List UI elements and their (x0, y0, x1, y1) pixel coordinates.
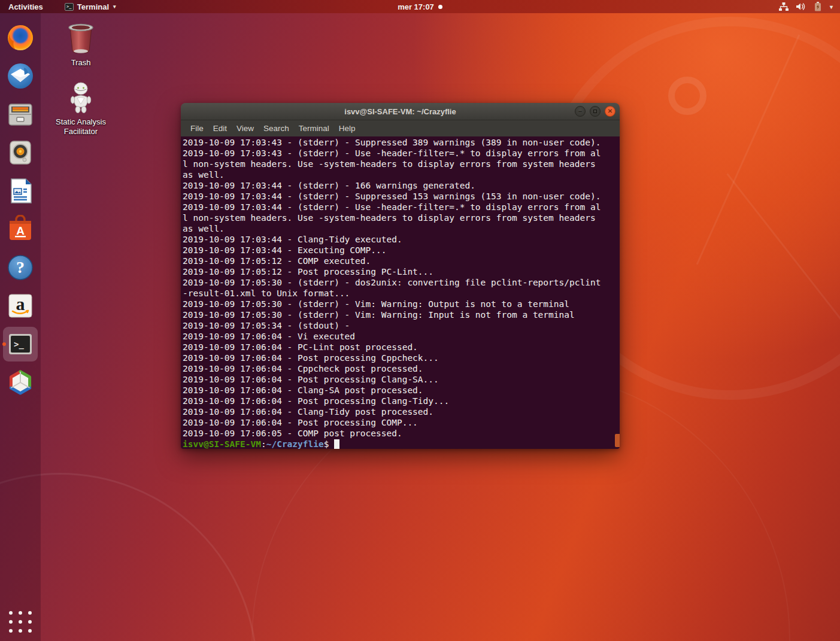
terminal-output-line: 2019-10-09 17:06:04 - Cppcheck post proc… (183, 363, 620, 374)
terminal-output-line: 2019-10-09 17:05:30 - (stderr) - Vim: Wa… (183, 309, 620, 320)
network-icon (779, 2, 789, 11)
window-title: isvv@SI-SAFE-VM: ~/Crazyflie (181, 107, 620, 116)
files-icon (6, 100, 35, 129)
prompt-user-host: isvv@SI-SAFE-VM (183, 439, 261, 449)
dock: A ? (0, 13, 41, 641)
terminal-output-line: 2019-10-09 17:06:04 - Clang-SA post proc… (183, 385, 620, 396)
svg-text:a: a (16, 294, 25, 314)
window-title-bar[interactable]: isvv@SI-SAFE-VM: ~/Crazyflie – ✕ (181, 103, 620, 120)
dock-item-libreoffice-writer[interactable] (1, 172, 40, 210)
terminal-output-line: as well. (183, 223, 620, 234)
menu-item[interactable]: Help (334, 120, 360, 136)
terminal-output-line: 2019-10-09 17:06:04 - Post processing Cl… (183, 374, 620, 385)
terminal-output: 2019-10-09 17:03:43 - (stderr) - Suppres… (183, 137, 620, 439)
terminal-output-line: 2019-10-09 17:06:04 - Post processing Cl… (183, 396, 620, 406)
terminal-output-line: 2019-10-09 17:06:04 - Post processing CO… (183, 417, 620, 428)
desktop-wallpaper: Activities >_ Terminal ▾ mer 17:07 (0, 0, 840, 641)
terminal-output-line: 2019-10-09 17:03:44 - (stderr) - Use -he… (183, 202, 620, 212)
terminal-output-line: 2019-10-09 17:05:30 - (stderr) - dos2uni… (183, 277, 620, 288)
thunderbird-icon (6, 62, 35, 90)
terminal-output-line: -result-01.xml to Unix format... (183, 288, 620, 299)
terminal-output-line: as well. (183, 169, 620, 180)
terminal-output-line: 2019-10-09 17:06:05 - COMP post processe… (183, 428, 620, 439)
window-menu-bar: File Edit View Search Terminal Help (181, 120, 620, 136)
wallpaper-line-decoration (726, 173, 840, 353)
terminal-mini-icon: >_ (65, 3, 74, 11)
terminal-window: isvv@SI-SAFE-VM: ~/Crazyflie – ✕ File Ed… (181, 103, 620, 449)
dock-item-firefox[interactable] (1, 19, 40, 57)
dock-item-cube-app[interactable] (1, 363, 40, 402)
terminal-output-line: 2019-10-09 17:05:30 - (stderr) - Vim: Wa… (183, 299, 620, 309)
chevron-down-icon: ▾ (113, 4, 116, 10)
desktop-icons: Trash Static Analysis Facilitator (53, 22, 109, 136)
prompt-path: ~/Crazyflie (266, 439, 324, 449)
ubuntu-software-icon: A (6, 215, 35, 244)
notification-dot-icon (438, 5, 442, 9)
robot-icon (66, 81, 96, 114)
svg-text:>_: >_ (14, 339, 24, 350)
svg-text:?: ? (16, 258, 25, 277)
trash-icon (65, 22, 96, 55)
terminal-output-line: 2019-10-09 17:06:04 - PC-Lint post proce… (183, 342, 620, 353)
prompt-dollar: $ (324, 439, 329, 449)
wallpaper-ring-decoration (668, 77, 706, 115)
desktop-icon-static-analysis-facilitator[interactable]: Static Analysis Facilitator (53, 81, 109, 136)
dock-item-thunderbird[interactable] (1, 57, 40, 95)
chevron-down-icon: ▾ (830, 4, 833, 10)
volume-icon (796, 2, 806, 11)
help-icon: ? (6, 253, 35, 282)
amazon-icon: a (6, 291, 35, 320)
terminal-output-line: 2019-10-09 17:03:44 - Executing COMP... (183, 245, 620, 256)
terminal-output-line: l non-system headers. Use -system-header… (183, 159, 620, 169)
cube-app-icon (6, 368, 35, 397)
menu-item[interactable]: File (186, 120, 208, 136)
svg-text:A: A (16, 224, 25, 237)
terminal-cursor (334, 439, 339, 449)
activities-button[interactable]: Activities (0, 0, 51, 13)
menu-item[interactable]: Search (259, 120, 294, 136)
prompt-colon: : (261, 439, 266, 449)
terminal-output-line: 2019-10-09 17:03:43 - (stderr) - Use -he… (183, 148, 620, 159)
battery-icon (814, 2, 821, 11)
terminal-icon: >_ (6, 330, 35, 359)
terminal-output-line: 2019-10-09 17:03:44 - (stderr) - 166 war… (183, 180, 620, 191)
terminal-output-line: 2019-10-09 17:06:04 - Vi executed (183, 331, 620, 342)
terminal-output-line: 2019-10-09 17:03:43 - (stderr) - Suppres… (183, 137, 620, 148)
clock[interactable]: mer 17:07 (398, 2, 434, 11)
rhythmbox-icon (6, 138, 35, 167)
dock-item-amazon[interactable]: a (1, 287, 40, 325)
libreoffice-writer-icon (6, 177, 35, 205)
minimize-button[interactable]: – (575, 106, 586, 117)
terminal-content[interactable]: 2019-10-09 17:03:43 - (stderr) - Suppres… (181, 136, 620, 449)
dock-item-files[interactable] (1, 95, 40, 133)
menu-item[interactable]: Edit (208, 120, 232, 136)
top-bar: Activities >_ Terminal ▾ mer 17:07 (0, 0, 840, 13)
app-menu-label: Terminal (77, 2, 109, 11)
menu-item[interactable]: View (232, 120, 259, 136)
desktop-icon-label: Static Analysis Facilitator (53, 117, 109, 136)
app-menu-button[interactable]: >_ Terminal ▾ (65, 2, 116, 11)
close-button[interactable]: ✕ (605, 106, 615, 117)
terminal-output-line: 2019-10-09 17:06:04 - Post processing Cp… (183, 353, 620, 363)
dock-item-help[interactable]: ? (1, 248, 40, 287)
scrollbar-thumb[interactable] (615, 434, 620, 447)
desktop-icon-label: Trash (71, 58, 91, 68)
dock-item-rhythmbox[interactable] (1, 133, 40, 172)
terminal-output-line: 2019-10-09 17:05:12 - Post processing PC… (183, 266, 620, 277)
menu-item[interactable]: Terminal (294, 120, 334, 136)
terminal-output-line: 2019-10-09 17:03:44 - Clang-Tidy execute… (183, 234, 620, 245)
terminal-output-line: 2019-10-09 17:05:12 - COMP executed. (183, 256, 620, 266)
window-controls: – ✕ (575, 106, 620, 117)
desktop-icon-trash[interactable]: Trash (53, 22, 109, 68)
terminal-prompt: isvv@SI-SAFE-VM:~/Crazyflie$ (183, 439, 620, 449)
system-status-area[interactable]: ▾ (779, 2, 840, 11)
terminal-output-line: l non-system headers. Use -system-header… (183, 212, 620, 223)
wallpaper-line-decoration (696, 35, 800, 265)
show-applications-button[interactable] (6, 609, 35, 635)
firefox-icon (6, 23, 35, 52)
terminal-output-line: 2019-10-09 17:03:44 - (stderr) - Suppres… (183, 191, 620, 202)
terminal-output-line: 2019-10-09 17:05:34 - (stdout) - (183, 320, 620, 331)
maximize-button[interactable] (590, 106, 601, 117)
dock-item-terminal[interactable]: >_ (1, 325, 40, 363)
dock-item-ubuntu-software[interactable]: A (1, 210, 40, 248)
